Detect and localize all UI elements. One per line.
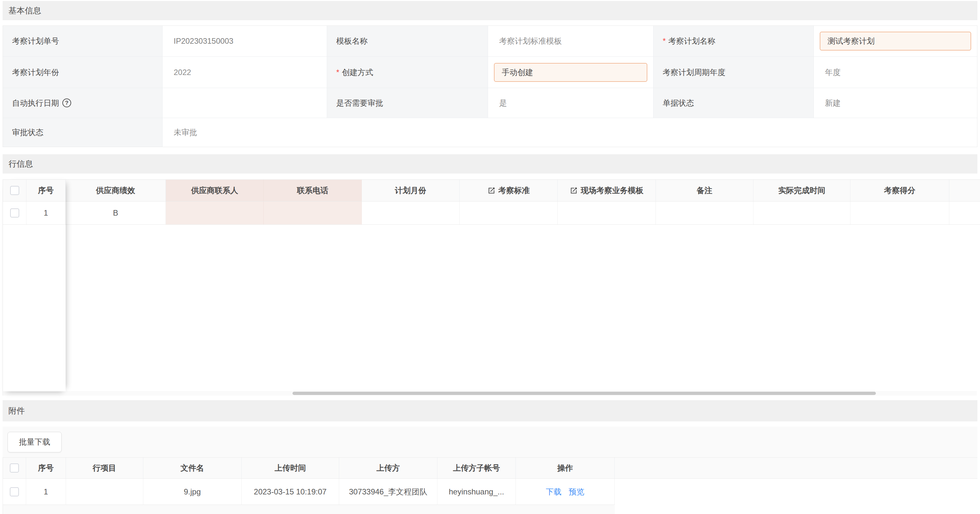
value-plan-name: 测试考察计划 [814,26,977,57]
row-checkbox-cell [3,201,27,224]
col-filler [949,180,980,201]
label-need-approval: 是否需要审批 [327,88,488,118]
attach-cell-filename: 9.jpg [143,479,242,505]
attachment-row[interactable]: 1 9.jpg 2023-03-15 10:19:07 30733946_李文程… [3,479,977,505]
attach-cell-uploader: 30733946_李文程团队 [339,479,438,505]
batch-download-button[interactable]: 批量下载 [8,432,62,452]
attach-cell-uploader-account: heyinshuang_... [438,479,516,505]
line-table-empty-body [3,225,980,391]
label-doc-status: 单据状态 [653,88,814,118]
attach-header-filler [615,458,977,478]
horizontal-scrollbar-thumb[interactable] [293,392,876,395]
horizontal-scrollbar[interactable] [3,391,977,396]
section-basic-info-title: 基本信息 [8,5,41,16]
attach-select-all-checkbox[interactable] [10,463,19,473]
section-lines-bar: 行信息 [3,154,977,173]
col-inspection-standard: 考察标准 [460,180,558,201]
empty-cell [327,118,977,147]
value-template-name: 考察计划标准模板 [488,26,653,57]
required-asterisk: * [336,68,339,76]
col-plan-month: 计划月份 [362,180,460,201]
label-create-mode: * 创建方式 [327,57,488,88]
attach-cell-operations: 下载 预览 [516,479,615,505]
attach-col-upload-time: 上传时间 [242,458,339,478]
cell-inspection-standard [460,201,558,224]
cell-contact-phone[interactable] [264,201,362,224]
attach-col-filename: 文件名 [143,458,242,478]
value-need-approval: 是 [488,88,653,118]
label-template-name: 模板名称 [327,26,488,57]
attach-col-uploader-account: 上传方子帐号 [438,458,516,478]
attach-col-line-item: 行项目 [66,458,143,478]
label-plan-name: * 考察计划名称 [653,26,814,57]
value-auto-exec-date [162,88,327,118]
value-create-mode: 手动创建 [488,57,653,88]
attachments-next-row-strip [3,505,615,514]
label-plan-no: 考察计划单号 [3,26,162,57]
line-table-row[interactable]: 1 B [3,201,980,225]
attachments-header-row: 序号 行项目 文件名 上传时间 上传方 上传方子帐号 操作 [3,457,977,479]
row-checkbox[interactable] [10,208,19,217]
edit-square-icon[interactable] [570,187,578,195]
attach-col-operations: 操作 [516,458,615,478]
cell-actual-finish-time [753,201,850,224]
inspection-plan-page: 基本信息 考察计划单号 IP202303150003 模板名称 考察计划标准模板… [0,0,980,514]
plan-name-input[interactable]: 测试考察计划 [820,32,971,51]
line-info-table: 序号 供应商绩效 供应商联系人 联系电话 计划月份 考察标准 [3,179,980,396]
col-inspection-score: 考察得分 [850,180,949,201]
cell-supplier-contact[interactable] [166,201,264,224]
edit-square-icon[interactable] [487,187,496,195]
select-all-checkbox-cell [3,180,27,201]
section-basic-info-bar: 基本信息 [3,1,977,20]
cell-supplier-performance: B [65,201,166,224]
required-asterisk: * [663,37,666,45]
attach-col-seq: 序号 [26,458,66,478]
value-approval-status: 未审批 [162,118,327,147]
section-attachments-bar: 附件 [3,400,977,421]
section-lines-title: 行信息 [8,159,33,169]
help-icon[interactable]: ? [62,98,71,107]
col-supplier-performance: 供应商绩效 [65,180,166,201]
cell-inspection-score [850,201,949,224]
cell-filler [949,201,980,224]
attach-cell-seq: 1 [26,479,66,505]
download-link[interactable]: 下载 [546,487,562,497]
cell-remark [656,201,753,224]
col-onsite-template: 现场考察业务模板 [558,180,656,201]
label-approval-status: 审批状态 [3,118,162,147]
label-auto-exec-date: 自动执行日期 ? [3,88,162,118]
label-plan-year: 考察计划年份 [3,57,162,88]
line-table-header-row: 序号 供应商绩效 供应商联系人 联系电话 计划月份 考察标准 [3,180,980,201]
section-attachments-title: 附件 [8,405,25,416]
label-cycle-year: 考察计划周期年度 [653,57,814,88]
attach-row-checkbox[interactable] [10,487,19,497]
cell-seq: 1 [27,201,65,224]
col-supplier-contact: 供应商联系人 [166,180,264,201]
value-plan-no: IP202303150003 [162,26,327,57]
value-cycle-year: 年度 [814,57,977,88]
col-contact-phone: 联系电话 [264,180,362,201]
attachments-toolbar: 批量下载 [3,427,977,457]
select-all-checkbox[interactable] [10,186,19,195]
attach-cell-upload-time: 2023-03-15 10:19:07 [242,479,339,505]
col-actual-finish-time: 实际完成时间 [753,180,850,201]
attachments-table: 序号 行项目 文件名 上传时间 上传方 上传方子帐号 操作 [3,457,977,514]
basic-info-form: 考察计划单号 IP202303150003 模板名称 考察计划标准模板 * 考察… [3,25,977,147]
create-mode-input[interactable]: 手动创建 [494,63,648,82]
col-seq: 序号 [27,180,65,201]
attach-select-all-cell [3,458,26,478]
attach-cell-line-item [66,479,143,505]
col-remark: 备注 [656,180,753,201]
attach-col-uploader: 上传方 [339,458,438,478]
cell-plan-month [362,201,460,224]
cell-onsite-template [558,201,656,224]
attach-row-checkbox-cell [3,479,26,505]
value-doc-status: 新建 [814,88,977,118]
preview-link[interactable]: 预览 [569,487,584,497]
value-plan-year: 2022 [162,57,327,88]
